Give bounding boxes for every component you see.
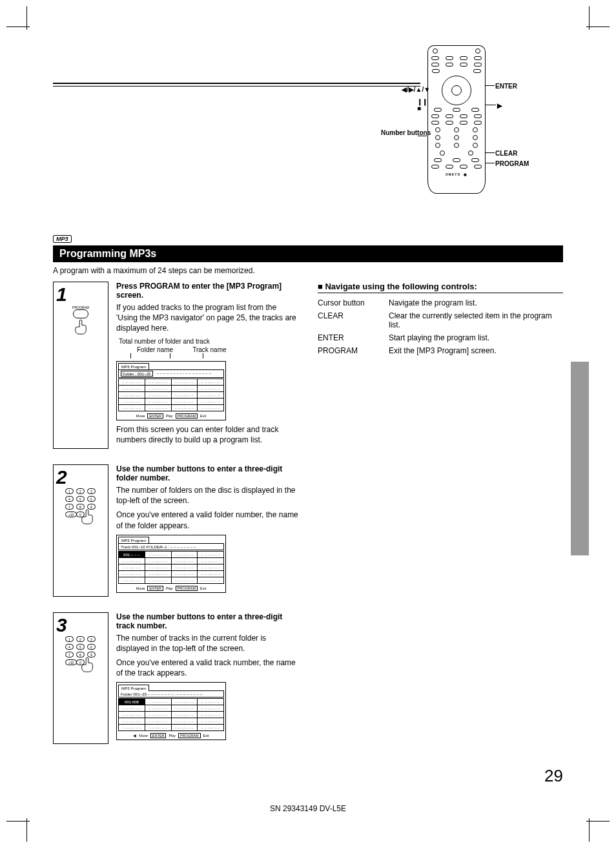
- mp3-badge: MP3: [53, 235, 72, 243]
- intro-text: A program with a maximum of 24 steps can…: [53, 266, 563, 275]
- annotation-track: Track name: [192, 346, 226, 353]
- annotation-total: Total number of folder and track: [119, 338, 298, 345]
- remote-label-clear: CLEAR: [495, 150, 517, 157]
- step-heading: Use the number buttons to enter a three-…: [116, 464, 298, 482]
- step-2: 2 123 456 789 +100 Use the number button…: [53, 464, 298, 597]
- step-paragraph: The number of folders on the disc is dis…: [116, 485, 298, 506]
- step-number: 3: [56, 615, 67, 635]
- step-number: 1: [56, 285, 67, 304]
- controls-heading: ■ Navigate using the following controls:: [318, 282, 563, 293]
- side-tab: [571, 362, 589, 555]
- controls-table: Cursor buttonNavigate the program list. …: [318, 298, 563, 355]
- step-3: 3 123 456 789 +100 Use the number button…: [53, 612, 298, 745]
- header-rule: [53, 83, 420, 87]
- remote-label-play: ▶: [497, 102, 502, 109]
- remote-label-program: PROGRAM: [495, 160, 529, 167]
- annotation-folder: Folder name: [137, 346, 173, 353]
- hand-press-icon: [74, 320, 88, 336]
- hand-press-icon: [80, 510, 94, 526]
- osd-screen-2: MP3 Program Track 001~10 FOLDER~1 : – – …: [116, 535, 226, 593]
- step-number: 2: [56, 468, 67, 487]
- remote-label-stop: ■: [417, 105, 421, 112]
- step-paragraph: If you added tracks to the program list …: [116, 302, 298, 334]
- osd-screen-1: MP3 Program Folder : 001~25 – – – – – – …: [116, 361, 226, 420]
- step-heading: Use the number buttons to enter a three-…: [116, 612, 298, 630]
- hand-press-icon: [80, 657, 94, 674]
- remote-label-enter: ENTER: [495, 83, 517, 90]
- section-title: Programming MP3s: [53, 245, 563, 262]
- osd-screen-3: MP3 Program Folder 001~25 – – – – – – – …: [116, 682, 226, 740]
- step-1: 1 PROGRAM Press PROGRAM to enter the [MP…: [53, 282, 298, 449]
- step-paragraph: From this screen you can enter folder an…: [116, 424, 298, 445]
- footer-code: SN 29343149 DV-L5E: [0, 804, 616, 813]
- page-number: 29: [544, 766, 563, 786]
- step-heading: Press PROGRAM to enter the [MP3 Program]…: [116, 282, 298, 300]
- program-button-icon: PROGRAM: [72, 305, 89, 336]
- remote-label-arrows: ◀/▶/▲/▼: [402, 86, 430, 93]
- remote-label-number: Number buttons: [381, 129, 420, 137]
- step-paragraph: Once you've entered a valid track number…: [116, 657, 298, 678]
- step-paragraph: Once you've entered a valid folder numbe…: [116, 510, 298, 530]
- step-paragraph: The number of tracks in the current fold…: [116, 633, 298, 654]
